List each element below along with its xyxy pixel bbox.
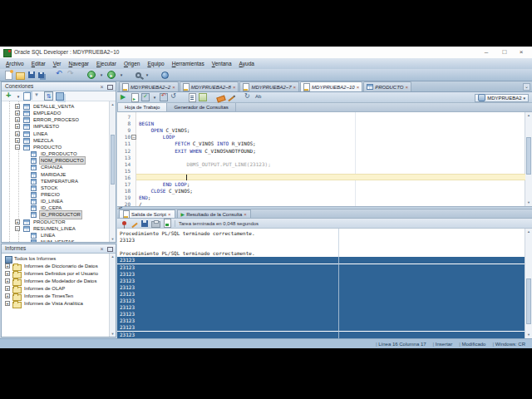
undo-icon[interactable] (56, 71, 64, 79)
reports-scrollbar[interactable]: ▲ ▼ (109, 254, 116, 337)
find-icon[interactable] (135, 72, 141, 78)
run-icon[interactable] (87, 71, 96, 79)
edit-icon[interactable] (131, 222, 137, 228)
tree-expand-icon[interactable]: − (15, 145, 20, 150)
tree-row[interactable]: +ERROR_PROCESO (2, 116, 110, 123)
tree-row[interactable]: PRECIO (2, 191, 110, 198)
chevron-down-icon[interactable]: ▾ (152, 93, 157, 101)
code-line[interactable]: 17END LOOP; (117, 181, 525, 188)
menu-item-equipo[interactable]: Equipo (147, 61, 164, 66)
code-line[interactable]: 11FETCH C_VINOS INTO R_VINOS; (117, 140, 525, 147)
panel-restore-icon[interactable] (106, 83, 114, 91)
fold-collapse-icon[interactable]: − (131, 135, 136, 140)
tree-row[interactable]: STOCK (2, 185, 110, 191)
code-line[interactable]: 18CLOSE C_VINOS; (117, 188, 525, 195)
tree-row[interactable]: −PRODUCTO (2, 144, 110, 150)
pin-icon[interactable] (122, 221, 126, 225)
save-icon[interactable] (141, 220, 148, 227)
tree-row[interactable]: +DETALLE_VENTA (2, 103, 110, 110)
report-folder-row[interactable]: +Informes de Modelador de Datos (2, 278, 110, 285)
pencil-icon[interactable] (228, 96, 234, 102)
redo-icon[interactable] (67, 71, 76, 79)
subtab-generador-de-consultas[interactable]: Generador de Consultas (167, 103, 235, 111)
save-all-icon[interactable] (38, 72, 44, 78)
output-line[interactable]: 23123 (117, 257, 525, 264)
report-folder-row[interactable]: +Informes de TimesTen (2, 293, 110, 300)
panel-restore-icon[interactable] (106, 245, 114, 253)
output-line[interactable]: Procedimiento PL/SQL terminado correctam… (117, 230, 525, 237)
report-folder-row[interactable]: +Informes de Diccionario de Datos (2, 263, 110, 270)
export-icon[interactable] (164, 219, 171, 228)
output-line[interactable] (117, 244, 525, 250)
code-line[interactable]: 10−LOOP (117, 134, 525, 140)
code-line[interactable]: 14DBMS_OUTPUT.PUT_LINE(23123); (117, 161, 525, 168)
close-button[interactable]: × (515, 47, 527, 57)
tree-expand-icon[interactable]: + (15, 131, 20, 136)
connection-selector[interactable]: MDYPRUEBA2 ▾ (475, 94, 529, 102)
code-editor[interactable]: ▲ ▼ 78BEGIN9OPEN C_VINOS;10−LOOP11FETCH … (117, 112, 532, 206)
tree-expand-icon[interactable]: + (5, 301, 10, 306)
print-icon[interactable] (151, 221, 160, 228)
output-line[interactable]: 23123 (117, 291, 525, 298)
code-line[interactable]: 19END; (117, 195, 525, 201)
tree-expand-icon[interactable]: + (15, 111, 20, 116)
menu-item-ver[interactable]: Ver (53, 61, 62, 66)
minimize-button[interactable]: – (480, 47, 492, 57)
menu-item-ejecutar[interactable]: Ejecutar (96, 61, 116, 66)
tab-close-icon[interactable]: × (405, 85, 408, 90)
explain-icon[interactable] (189, 93, 196, 102)
tree-row[interactable]: CRIANZA (2, 164, 110, 170)
save-icon[interactable] (28, 71, 35, 78)
tree-expand-icon[interactable]: + (5, 278, 10, 283)
menu-item-navegar[interactable]: Navegar (68, 61, 89, 66)
tree-expand-icon[interactable]: + (15, 138, 20, 143)
tree-expand-icon[interactable]: + (5, 293, 10, 298)
tab-overflow-chevron-icon[interactable]: ⌄ (523, 83, 530, 91)
output-line[interactable]: 23123 (117, 311, 525, 318)
clear-icon[interactable] (216, 95, 225, 102)
add-icon[interactable] (5, 92, 13, 101)
menu-item-ventana[interactable]: Ventana (212, 61, 232, 66)
code-line[interactable]: 7 (117, 114, 525, 121)
panel-close-icon[interactable]: × (98, 83, 106, 91)
editor-tab-mdyprueba2~2[interactable]: MDYPRUEBA2~2× (119, 81, 179, 91)
chevron-down-icon[interactable]: ▾ (145, 71, 150, 79)
code-line[interactable]: 8BEGIN (117, 121, 525, 127)
maximize-button[interactable]: □ (499, 47, 510, 57)
filter-icon[interactable] (33, 92, 42, 101)
tree-expand-icon[interactable]: + (15, 219, 20, 224)
tree-expand-icon[interactable]: + (5, 264, 10, 268)
globe-icon[interactable] (161, 71, 169, 79)
editor-tab-mdyprueba2~10[interactable]: MDYPRUEBA2~10× (300, 81, 362, 91)
tree-row[interactable]: TEMPERATURA (2, 178, 110, 185)
code-line[interactable]: 12EXIT WHEN C_VINOS%NOTFOUND; (117, 148, 525, 155)
tree-row[interactable]: ID_LINEA (2, 198, 110, 204)
run-script-icon[interactable] (131, 93, 139, 102)
panel-close-icon[interactable]: × (98, 245, 106, 253)
tree-row[interactable]: NOM_PRODUCTO (2, 157, 110, 164)
editor-tab-mdyprueba2~8[interactable]: MDYPRUEBA2~8× (180, 81, 239, 91)
output-tab-resultado-de-la-consulta[interactable]: ▶Resultado de la Consulta× (177, 209, 251, 218)
tree-expand-icon[interactable]: − (15, 226, 20, 231)
reports-root-row[interactable]: Todos los Informes (2, 255, 110, 263)
run-alt-icon[interactable] (107, 71, 116, 79)
connections-scrollbar[interactable]: ▲ ▼ (109, 101, 116, 242)
run-statement-icon[interactable] (121, 93, 129, 101)
menu-item-ayuda[interactable]: Ayuda (239, 61, 254, 66)
script-output-body[interactable]: Procedimiento PL/SQL terminado correctam… (117, 229, 525, 338)
output-line[interactable]: 23123 (117, 318, 525, 324)
tree-row[interactable]: +PRODUCTOR (2, 219, 110, 225)
tab-close-icon[interactable]: × (172, 85, 175, 90)
output-line[interactable]: 23123 (117, 324, 525, 331)
output-scrollbar[interactable]: ▲ ▼ (525, 229, 532, 338)
tab-close-icon[interactable]: × (293, 85, 297, 90)
chevron-down-icon[interactable]: ▾ (99, 71, 104, 79)
output-line[interactable]: 23123 (117, 298, 525, 304)
history-icon[interactable] (170, 93, 179, 101)
case-icon[interactable] (255, 93, 264, 101)
tree-expand-icon[interactable]: + (5, 271, 10, 276)
tree-expand-icon[interactable]: + (15, 124, 20, 129)
tree-row[interactable]: NUM_VENTAS (2, 239, 110, 242)
output-line[interactable]: 23123 (117, 237, 525, 244)
tree-expand-icon[interactable]: + (5, 286, 10, 291)
